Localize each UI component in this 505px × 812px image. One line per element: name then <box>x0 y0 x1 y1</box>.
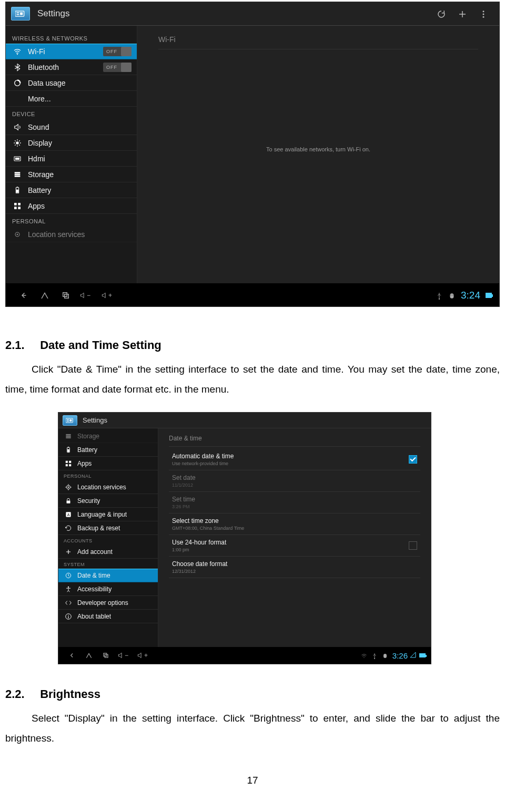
24hour-checkbox[interactable] <box>409 541 417 550</box>
sidebar-item-more[interactable]: More... <box>6 91 137 107</box>
data-usage-icon <box>13 79 22 87</box>
row-auto-datetime[interactable]: Automatic date & time Use network-provid… <box>169 449 420 470</box>
volume-down-button[interactable]: − <box>79 292 90 299</box>
wifi-toggle[interactable]: OFF <box>103 47 132 56</box>
svg-point-27 <box>451 294 451 295</box>
sidebar-item-battery[interactable]: Battery <box>58 443 158 457</box>
settings-wifi-screenshot: Settings WIRELESS & NETWORKS Wi-Fi OFF <box>5 2 500 307</box>
wifi-detail-pane: Wi-Fi To see available networks, turn Wi… <box>137 26 499 283</box>
svg-point-55 <box>363 657 365 658</box>
settings-app-icon <box>11 7 30 20</box>
section-number: 2.1. <box>5 338 37 352</box>
category-accounts: ACCOUNTS <box>58 535 158 545</box>
svg-rect-39 <box>66 460 68 462</box>
overflow-menu-icon[interactable] <box>473 8 494 20</box>
status-clock: 3:26 <box>392 651 408 660</box>
sidebar-item-storage[interactable]: Storage <box>58 429 158 443</box>
language-icon: A <box>65 511 72 518</box>
sidebar-item-bluetooth[interactable]: Bluetooth OFF <box>6 59 137 75</box>
sidebar-item-label: Developer options <box>77 599 128 607</box>
home-button[interactable] <box>34 291 55 301</box>
row-date-format[interactable]: Choose date format 12/31/2012 <box>169 557 420 578</box>
sidebar-item-security[interactable]: Security <box>58 494 158 508</box>
row-timezone[interactable]: Select time zone GMT+08:00, China Standa… <box>169 513 420 535</box>
bluetooth-toggle[interactable]: OFF <box>103 63 132 72</box>
app-top-bar: Settings <box>58 413 431 428</box>
row-title: Use 24-hour format <box>172 539 409 546</box>
section-2-2-heading: 2.2. Brightness <box>5 687 500 701</box>
sidebar-item-backup[interactable]: Backup & reset <box>58 521 158 535</box>
sidebar-item-display[interactable]: Display <box>6 135 137 151</box>
auto-datetime-checkbox[interactable] <box>409 455 417 464</box>
datetime-detail-pane: Date & time Automatic date & time Use ne… <box>158 428 431 648</box>
row-24hour[interactable]: Use 24-hour format 1:00 pm <box>169 535 420 557</box>
plus-icon <box>65 548 72 556</box>
back-button[interactable] <box>13 291 34 301</box>
usb-icon <box>367 652 378 659</box>
sidebar-item-about[interactable]: About tablet <box>58 610 158 623</box>
home-button[interactable] <box>80 652 97 660</box>
wifi-status-icon <box>357 652 367 659</box>
volume-down-button[interactable]: − <box>117 652 128 659</box>
sidebar-item-battery[interactable]: Battery <box>6 182 137 198</box>
sidebar-item-wifi[interactable]: Wi-Fi OFF <box>6 44 137 59</box>
recent-apps-button[interactable] <box>97 652 114 660</box>
refresh-icon[interactable] <box>431 8 452 20</box>
sidebar-item-data-usage[interactable]: Data usage <box>6 75 137 91</box>
sidebar-item-hdmi[interactable]: Hdmi <box>6 151 137 167</box>
svg-rect-17 <box>16 189 18 192</box>
sidebar-item-label: Data usage <box>28 79 66 87</box>
volume-up-button[interactable]: + <box>101 292 112 299</box>
svg-rect-19 <box>18 203 21 205</box>
section-2-1-heading: 2.1. Date and Time Setting <box>5 338 500 352</box>
sidebar-item-sound[interactable]: Sound <box>6 119 137 135</box>
page-number: 17 <box>0 775 505 786</box>
sidebar-item-label: Storage <box>28 170 54 179</box>
sidebar-item-language[interactable]: A Language & input <box>58 508 158 521</box>
sidebar-item-location[interactable]: Location services <box>58 480 158 494</box>
svg-point-23 <box>17 233 18 235</box>
sidebar-item-apps[interactable]: Apps <box>6 198 137 214</box>
row-subtitle: Use network-provided time <box>172 461 409 466</box>
svg-rect-30 <box>67 419 69 420</box>
add-icon[interactable] <box>452 8 473 20</box>
battery-status-icon <box>419 653 426 657</box>
sidebar-item-label: About tablet <box>77 613 111 620</box>
volume-up-button[interactable]: + <box>137 652 148 659</box>
sidebar-item-storage[interactable]: Storage <box>6 167 137 182</box>
category-personal: PERSONAL <box>58 470 158 480</box>
battery-status-icon <box>486 293 492 298</box>
hdmi-icon <box>13 155 22 163</box>
sidebar-item-location[interactable]: Location services <box>6 227 137 242</box>
sidebar-item-label: Apps <box>77 460 92 467</box>
apps-icon <box>65 460 72 467</box>
sidebar-item-developer[interactable]: Developer options <box>58 596 158 610</box>
signal-icon <box>410 652 416 660</box>
display-icon <box>13 139 22 147</box>
sound-icon <box>13 123 22 131</box>
recent-apps-button[interactable] <box>55 291 76 301</box>
svg-point-4 <box>483 11 484 12</box>
svg-rect-18 <box>14 203 17 205</box>
sidebar-item-label: Battery <box>77 446 97 454</box>
sidebar-item-accessibility[interactable]: Accessibility <box>58 582 158 596</box>
svg-point-28 <box>452 294 453 295</box>
section-title: Brightness <box>40 687 100 701</box>
storage-icon <box>65 433 72 440</box>
bluetooth-icon <box>13 63 22 71</box>
wifi-off-message: To see available networks, turn Wi-Fi on… <box>266 146 370 152</box>
section-number: 2.2. <box>5 687 37 701</box>
battery-icon <box>65 446 72 454</box>
location-icon <box>65 484 72 491</box>
sidebar-item-datetime[interactable]: Date & time <box>58 569 158 582</box>
backup-icon <box>65 525 72 532</box>
back-button[interactable] <box>64 652 80 660</box>
sidebar-item-add-account[interactable]: Add account <box>58 545 158 559</box>
svg-point-44 <box>68 486 69 487</box>
sidebar-item-label: Wi-Fi <box>28 47 45 56</box>
svg-rect-34 <box>66 435 70 436</box>
status-clock: 3:24 <box>461 290 480 301</box>
row-set-date: Set date 11/1/2012 <box>169 470 420 492</box>
svg-rect-37 <box>68 447 69 447</box>
sidebar-item-apps[interactable]: Apps <box>58 457 158 470</box>
